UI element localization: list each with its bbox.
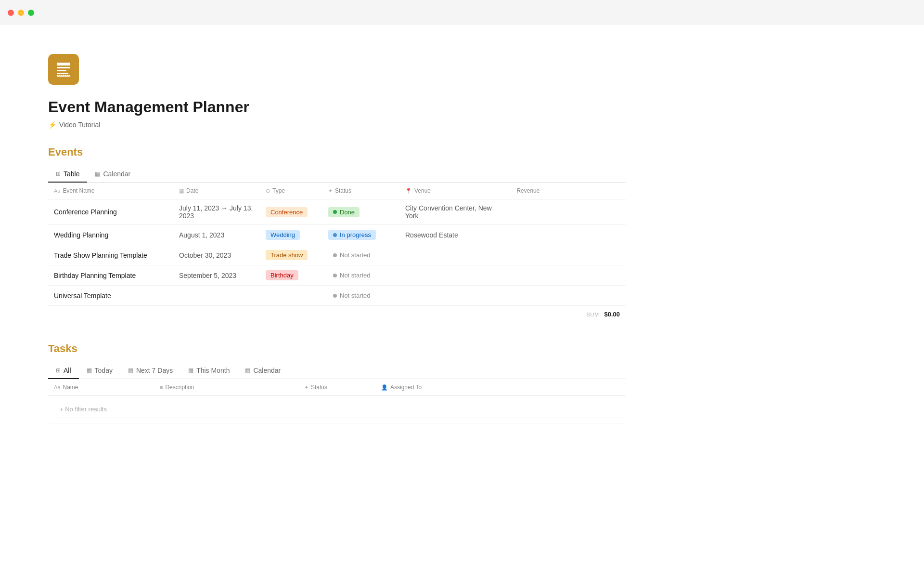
svg-rect-0 — [57, 63, 70, 66]
event-venue-cell — [399, 286, 505, 306]
event-revenue-cell — [505, 225, 563, 245]
tasks-col-name: Aa Name — [48, 379, 154, 396]
svg-rect-1 — [57, 67, 70, 68]
tasks-section: Tasks ⊞ All ▦ Today ▦ Next 7 Days ▦ This… — [48, 342, 626, 423]
tasks-all-icon: ⊞ — [56, 367, 61, 374]
sum-value: $0.00 — [604, 311, 620, 318]
tab-tasks-thismonth[interactable]: ▦ This Month — [180, 363, 237, 379]
event-type-badge: Trade show — [266, 250, 308, 260]
events-tabs: ⊞ Table ▦ Calendar — [48, 166, 626, 183]
calendar-icon: ▦ — [95, 171, 100, 177]
event-date-cell: October 30, 2023 — [173, 245, 260, 265]
events-col-date: ▦ Date — [173, 183, 260, 199]
event-venue-cell: Rosewood Estate — [399, 225, 505, 245]
tasks-col-extra — [481, 379, 626, 396]
event-status-badge: Done — [328, 207, 359, 217]
event-name-cell: Wedding Planning — [48, 225, 173, 245]
tab-tasks-calendar[interactable]: ▦ Calendar — [237, 363, 288, 379]
video-tutorial-label: Video Tutorial — [59, 121, 100, 129]
status-dot — [333, 253, 337, 257]
tasks-thismonth-icon: ▦ — [188, 367, 193, 374]
events-col-extra — [563, 183, 626, 199]
close-button[interactable] — [8, 10, 14, 16]
tasks-assigned-icon: 👤 — [381, 384, 388, 391]
tab-tasks-next7-label: Next 7 Days — [136, 367, 173, 374]
events-table-row[interactable]: Conference PlanningJuly 11, 2023 → July … — [48, 199, 626, 225]
tab-events-calendar[interactable]: ▦ Calendar — [87, 166, 138, 183]
events-table-row[interactable]: Trade Show Planning TemplateOctober 30, … — [48, 245, 626, 265]
sum-label: SUM — [587, 312, 599, 317]
event-status-cell: Not started — [322, 245, 399, 265]
event-name-cell: Birthday Planning Template — [48, 265, 173, 286]
event-status-badge: Not started — [328, 290, 375, 301]
event-date-cell — [173, 286, 260, 306]
event-revenue-cell — [505, 245, 563, 265]
tab-events-table[interactable]: ⊞ Table — [48, 166, 87, 183]
event-type-badge: Birthday — [266, 270, 298, 280]
svg-rect-3 — [57, 73, 68, 74]
tasks-table: Aa Name ≡ Description ✦ Status — [48, 379, 626, 423]
tasks-tabs: ⊞ All ▦ Today ▦ Next 7 Days ▦ This Month… — [48, 363, 626, 379]
tasks-calendar-icon: ▦ — [245, 367, 250, 374]
event-date-cell: July 11, 2023 → July 13, 2023 — [173, 199, 260, 225]
tasks-table-header-row: Aa Name ≡ Description ✦ Status — [48, 379, 626, 396]
tab-events-calendar-label: Calendar — [103, 170, 130, 178]
tasks-next7-icon: ▦ — [128, 367, 133, 374]
event-type-cell: Trade show — [260, 245, 322, 265]
events-col-status: ✦ Status — [322, 183, 399, 199]
tab-tasks-all-label: All — [64, 367, 71, 374]
events-table-row[interactable]: Birthday Planning TemplateSeptember 5, 2… — [48, 265, 626, 286]
svg-rect-2 — [57, 70, 66, 71]
tasks-table-body: + No filter results — [48, 396, 626, 423]
event-extra-cell — [563, 199, 626, 225]
app-icon — [48, 54, 79, 85]
tasks-title: Tasks — [48, 342, 626, 355]
tab-tasks-today[interactable]: ▦ Today — [79, 363, 120, 379]
events-table-row[interactable]: Universal TemplateNot started — [48, 286, 626, 306]
event-type-cell — [260, 286, 322, 306]
event-extra-cell — [563, 245, 626, 265]
revenue-col-icon: ≡ — [511, 188, 514, 194]
status-dot — [333, 233, 337, 237]
event-venue-cell: City Convention Center, New York — [399, 199, 505, 225]
bolt-icon: ⚡ — [48, 121, 56, 129]
event-status-badge: Not started — [328, 270, 375, 280]
tasks-status-icon: ✦ — [304, 384, 308, 391]
minimize-button[interactable] — [18, 10, 24, 16]
events-table-row[interactable]: Wedding PlanningAugust 1, 2023WeddingIn … — [48, 225, 626, 245]
event-name-cell: Trade Show Planning Template — [48, 245, 173, 265]
venue-col-icon: 📍 — [405, 188, 412, 194]
tab-tasks-thismonth-label: This Month — [196, 367, 230, 374]
tasks-no-filter-cell: + No filter results — [48, 396, 626, 423]
event-revenue-cell — [505, 286, 563, 306]
events-title: Events — [48, 146, 626, 158]
tab-tasks-next7[interactable]: ▦ Next 7 Days — [120, 363, 180, 379]
events-sum-row: SUM $0.00 — [48, 306, 626, 323]
events-col-venue: 📍 Venue — [399, 183, 505, 199]
event-status-badge: Not started — [328, 250, 375, 260]
tasks-col-assigned: 👤 Assigned To — [375, 379, 481, 396]
events-col-revenue: ≡ Revenue — [505, 183, 563, 199]
status-dot — [333, 294, 337, 298]
table-icon: ⊞ — [56, 171, 61, 177]
event-date-cell: August 1, 2023 — [173, 225, 260, 245]
tab-events-table-label: Table — [64, 170, 79, 178]
tab-tasks-calendar-label: Calendar — [253, 367, 281, 374]
video-tutorial-link[interactable]: ⚡ Video Tutorial — [48, 121, 626, 129]
event-date-cell: September 5, 2023 — [173, 265, 260, 286]
tab-tasks-today-label: Today — [95, 367, 113, 374]
event-name-cell: Conference Planning — [48, 199, 173, 225]
events-section: Events ⊞ Table ▦ Calendar Aa Event Name — [48, 146, 626, 323]
events-table-body: Conference PlanningJuly 11, 2023 → July … — [48, 199, 626, 306]
events-col-name: Aa Event Name — [48, 183, 173, 199]
event-status-cell: Not started — [322, 286, 399, 306]
event-type-cell: Conference — [260, 199, 322, 225]
event-venue-cell — [399, 265, 505, 286]
maximize-button[interactable] — [28, 10, 34, 16]
event-status-cell: Not started — [322, 265, 399, 286]
event-type-cell: Wedding — [260, 225, 322, 245]
tasks-col-desc: ≡ Description — [154, 379, 298, 396]
no-filter-label: + No filter results — [54, 401, 620, 418]
tab-tasks-all[interactable]: ⊞ All — [48, 363, 79, 379]
app-icon-svg — [55, 61, 72, 78]
